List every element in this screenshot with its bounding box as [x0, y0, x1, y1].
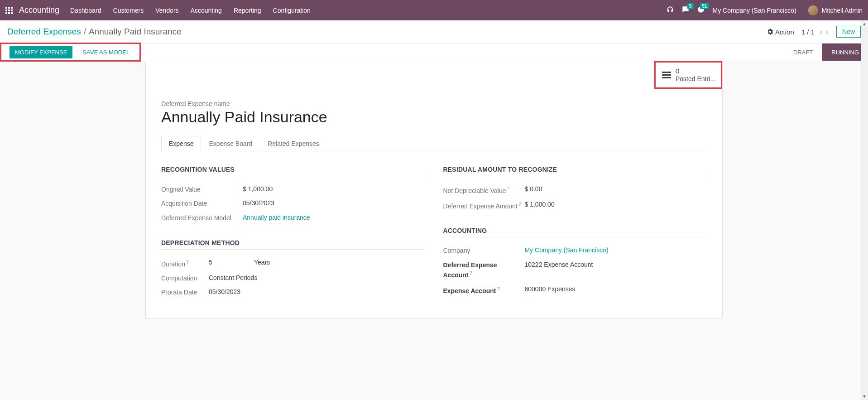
label-acquisition-date: Acquisition Date	[161, 199, 243, 208]
value-deferred-amount: $ 1,000.00	[525, 201, 707, 208]
posted-entries-stat-button[interactable]: 0 Posted Entri...	[654, 61, 722, 89]
value-original-value: $ 1,000.00	[243, 185, 425, 193]
action-bar: MODIFY EXPENSE SAVE AS MODEL DRAFT RUNNI…	[0, 43, 868, 61]
label-expense-account: Expense Account?	[443, 285, 525, 295]
label-deferred-model: Deferred Expense Model	[161, 214, 243, 223]
label-deferred-amount: Deferred Expense Amount?	[443, 201, 525, 211]
stat-label: Posted Entri...	[676, 75, 715, 83]
section-residual: RESIDUAL AMOUNT TO RECOGNIZE	[443, 166, 707, 176]
user-menu[interactable]: Mitchell Admin	[808, 5, 863, 15]
label-prorata: Prorata Date	[161, 288, 209, 297]
breadcrumb: Deferred Expenses / Annually Paid Insura…	[7, 27, 182, 37]
notebook-tabs: Expense Expense Board Related Expenses	[161, 136, 707, 151]
menu-dashboard[interactable]: Dashboard	[70, 7, 101, 14]
value-duration-unit: Years	[254, 259, 270, 266]
control-panel-right: Action 1 / 1 ‹ › New	[767, 26, 861, 38]
help-icon[interactable]: ?	[507, 186, 510, 191]
section-recognition: RECOGNITION VALUES	[161, 166, 425, 176]
help-icon[interactable]: ?	[470, 270, 473, 275]
section-depreciation: DEPRECIATION METHOD	[161, 239, 425, 250]
left-column: RECOGNITION VALUES Original Value $ 1,00…	[161, 162, 425, 300]
top-navbar: Accounting Dashboard Customers Vendors A…	[0, 0, 868, 20]
modify-expense-button[interactable]: MODIFY EXPENSE	[10, 46, 72, 58]
label-deferred-account: Deferred Expense Account?	[443, 261, 525, 280]
breadcrumb-row: Deferred Expenses / Annually Paid Insura…	[0, 20, 868, 43]
pager-next-icon[interactable]: ›	[825, 27, 829, 37]
label-company: Company	[443, 246, 525, 255]
breadcrumb-sep: /	[84, 27, 86, 37]
help-icon[interactable]: ?	[186, 259, 189, 265]
label-original-value: Original Value	[161, 185, 243, 194]
new-button[interactable]: New	[836, 26, 861, 38]
record-title[interactable]: Annually Paid Insurance	[161, 108, 707, 126]
support-icon[interactable]	[667, 6, 674, 14]
form-columns: RECOGNITION VALUES Original Value $ 1,00…	[161, 162, 707, 300]
tab-expense-board[interactable]: Expense Board	[201, 136, 260, 151]
scrollbar[interactable]: ▲ ▼	[861, 20, 868, 318]
menu-accounting[interactable]: Accounting	[191, 7, 222, 14]
tab-expense[interactable]: Expense	[161, 136, 201, 151]
value-computation: Constant Periods	[209, 274, 425, 281]
pager-prev-icon[interactable]: ‹	[819, 27, 824, 37]
systray: 5 51 My Company (San Francisco) Mitchell…	[667, 5, 863, 15]
value-prorata: 05/30/2023	[209, 288, 425, 295]
pager: 1 / 1 ‹ ›	[801, 27, 829, 37]
right-column: RESIDUAL AMOUNT TO RECOGNIZE Not Depreci…	[443, 162, 707, 300]
activities-badge: 51	[700, 3, 709, 9]
activities-icon[interactable]: 51	[697, 6, 705, 14]
messages-icon[interactable]: 5	[682, 6, 689, 14]
user-name: Mitchell Admin	[822, 7, 863, 14]
status-draft[interactable]: DRAFT	[784, 43, 822, 61]
action-label: Action	[775, 28, 794, 36]
value-not-depreciable: $ 0.00	[525, 185, 707, 193]
breadcrumb-current: Annually Paid Insurance	[89, 27, 182, 37]
help-icon[interactable]: ?	[518, 201, 521, 207]
label-duration: Duration?	[161, 259, 209, 269]
title-section: Deferred Expense name Annually Paid Insu…	[161, 100, 707, 126]
label-not-depreciable: Not Depreciable Value?	[443, 185, 525, 195]
action-dropdown[interactable]: Action	[767, 28, 794, 36]
statusbar: DRAFT RUNNING	[784, 43, 868, 61]
menu-configuration[interactable]: Configuration	[273, 7, 311, 14]
save-as-model-button[interactable]: SAVE AS MODEL	[77, 46, 135, 58]
help-icon[interactable]: ?	[497, 286, 500, 291]
form-sheet: 0 Posted Entri... Deferred Expense name …	[145, 61, 723, 318]
section-accounting: ACCOUNTING	[443, 227, 707, 237]
messages-badge: 5	[687, 3, 694, 9]
value-deferred-account[interactable]: 10222 Expense Account	[525, 261, 707, 268]
company-switcher[interactable]: My Company (San Francisco)	[713, 7, 796, 14]
avatar	[808, 5, 818, 15]
stat-value: 0	[676, 67, 715, 75]
form-body: Deferred Expense name Annually Paid Insu…	[146, 89, 722, 318]
menu-customers[interactable]: Customers	[113, 7, 144, 14]
app-name[interactable]: Accounting	[19, 5, 59, 15]
menu-reporting[interactable]: Reporting	[234, 7, 261, 14]
menu-vendors[interactable]: Vendors	[155, 7, 178, 14]
value-acquisition-date: 05/30/2023	[243, 199, 425, 207]
apps-icon[interactable]	[5, 7, 13, 14]
value-deferred-model[interactable]: Annually paid insurance	[243, 214, 425, 221]
title-field-label: Deferred Expense name	[161, 100, 707, 107]
tab-related-expenses[interactable]: Related Expenses	[260, 136, 327, 151]
value-duration: 5	[209, 259, 254, 266]
main-menu: Dashboard Customers Vendors Accounting R…	[70, 7, 311, 14]
label-computation: Computation	[161, 274, 209, 283]
list-icon	[662, 72, 671, 78]
stat-buttons-row: 0 Posted Entri...	[146, 61, 722, 89]
value-expense-account[interactable]: 600000 Expenses	[525, 285, 707, 293]
breadcrumb-parent[interactable]: Deferred Expenses	[7, 27, 81, 37]
value-company[interactable]: My Company (San Francisco)	[525, 246, 707, 254]
action-buttons-highlight: MODIFY EXPENSE SAVE AS MODEL	[0, 43, 141, 62]
pager-value[interactable]: 1 / 1	[801, 28, 815, 36]
scroll-up-icon[interactable]: ▲	[861, 20, 868, 28]
